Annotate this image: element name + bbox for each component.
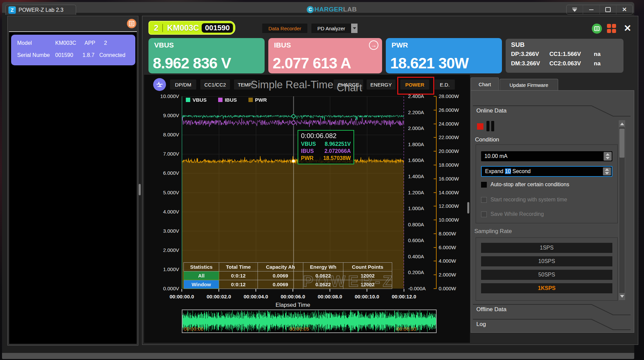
w-tick-label: 24.000W [439,121,459,127]
a-tick-label: 2.400A [408,93,424,99]
log-label: Log [476,321,486,328]
a-tick-label: 0.400A [408,254,424,259]
checkbox-save-while-recording: Save While Recording [481,211,544,217]
chargerlab-logo: C HARGER LAB [307,5,357,14]
scrollbar[interactable] [619,120,625,300]
close-device-tab-button[interactable]: ✕ [622,22,633,34]
close-window-button[interactable]: ✕ [616,5,633,14]
w-tick-label: 26.000W [439,107,459,113]
chart-tooltip: 0:00:06.082 VBUS8.962251VIBUS2.072066APW… [298,130,354,164]
record-stop-button[interactable] [477,123,483,130]
device-model: KM003C [167,23,199,33]
w-tick-mark [434,178,436,179]
device-serial-badge: 001590 [202,23,233,33]
w-tick-mark [434,124,436,124]
v-tick-label: 3.000V [156,228,179,234]
minimize-button[interactable] [583,5,600,14]
w-tick-mark [434,247,436,248]
v-tick-label: 7.000V [156,151,179,157]
v-tick-label: 5.000V [156,190,179,195]
layout-grid-button[interactable] [607,24,616,33]
pause-icon-bar1[interactable] [486,121,489,131]
maximize-button[interactable] [600,5,616,14]
offline-data-label: Offline Data [476,306,506,313]
tab-chart[interactable]: Chart [471,77,499,91]
current-threshold-spinner[interactable]: 10.00 mA [481,151,612,161]
a-tick-label: 0.200A [408,269,424,275]
sampling-button-1sps[interactable]: 1SPS [481,243,612,253]
power-z-lab-app: Z POWER-Z Lab 2.3 C HARGER LAB ✕ Model [0,0,644,360]
device-card[interactable]: Model KM003C APP 2 Serial Numbe 001590 1… [11,35,135,65]
scroll-up-button[interactable] [619,121,625,127]
collapse-button[interactable] [567,5,583,14]
spinner-buttons[interactable] [604,152,612,161]
sidebar-toolbar [8,16,138,31]
w-tick-label: 14.000W [439,190,459,195]
chart-tab-power[interactable]: POWER [400,79,429,90]
sampling-button-10sps[interactable]: 10SPS [481,256,612,266]
spinner-buttons[interactable] [603,167,611,175]
w-tick-label: 10.000W [439,217,459,223]
x-tick-mark [367,289,367,292]
expand-value-selected: 10 [505,168,511,174]
stats-cell: 0.0622 [303,271,343,280]
w-tick-label: 12.000W [439,203,459,209]
feedback-button[interactable] [592,24,602,34]
a-tick-label: 1.400A [408,173,424,179]
x-tick-label: 00:00:06.0 [277,294,308,299]
w-tick-label: 22.000W [439,134,459,140]
chart-tab-cc1-cc2[interactable]: CC1/CC2 [200,79,230,90]
chart-tab-energy[interactable]: ENERGY [367,79,396,90]
data-recorder-button[interactable]: Data Recorder [262,24,307,33]
table-row: Window0:0:120.00690.062212002 [184,280,392,289]
right-panel: Online Data Condition 10.00 mA Expand 10… [471,90,634,333]
stats-cell: 0.0622 [303,280,343,289]
checkbox-label: Auto-stop after certain conditions [490,182,569,188]
w-tick-mark [434,165,436,165]
tab-update-firmware[interactable]: Update Firmware [500,79,558,91]
stats-cell: 12002 [343,280,392,289]
brand-text-lab: LAB [343,6,357,13]
expand-seconds-spinner[interactable]: Expand 10 Second [481,166,612,177]
x-tick-label: 00:00:00.0 [166,294,197,299]
device-list-icon[interactable] [127,19,136,28]
pd-analyzer-dropdown[interactable] [351,24,358,33]
right-panel-splitter-handle[interactable] [467,202,469,214]
app-title-tab[interactable]: Z POWER-Z Lab 2.3 [5,5,76,15]
sampling-button-1ksps[interactable]: 1KSPS [481,283,612,293]
chart-tab-charge[interactable]: CHARGE [334,79,363,90]
v-tick-label: 9.000V [156,112,179,118]
ibus-label: IBUS [274,41,291,49]
stats-row-label-all[interactable]: All [184,271,219,280]
chart-tab-e-d-[interactable]: E.D. [435,79,455,90]
device-tab[interactable]: 2 KM003C 001590 [148,21,235,35]
v-tick-label: 0.000V [156,286,179,291]
window-controls: ✕ [566,5,633,14]
checkbox-auto-stop-after-certain-conditions[interactable]: Auto-stop after certain conditions [481,182,569,188]
log-section-header[interactable]: Log [473,317,631,332]
online-data-section-header[interactable]: Online Data [473,103,631,118]
cc2-value: CC2:0.063V [549,60,589,67]
a-tick-label: -0.000A [408,286,426,291]
pd-analyzer-button[interactable]: PD Analyzer [311,24,351,33]
arrow-right-icon[interactable]: → [369,40,378,50]
sampling-button-50sps[interactable]: 50SPS [481,270,612,280]
stats-header: Energy Wh [303,263,343,271]
v-tick-label: 4.000V [156,209,179,215]
stats-row-label-window[interactable]: Window [184,280,219,289]
sidebar-splitter-handle[interactable] [139,184,141,195]
checkbox-box[interactable] [481,182,487,188]
w-tick-mark [434,192,436,193]
scrollbar-thumb[interactable] [619,129,624,158]
x-tick-mark [330,289,330,292]
offline-data-section-header[interactable]: Offline Data [473,302,631,317]
realtime-chart-plot[interactable] [182,96,404,289]
realtime-chart-icon[interactable] [153,78,166,91]
chart-tab-temp[interactable]: TEMP [234,79,256,90]
chart-tab-dp-dm[interactable]: DP/DM [170,79,196,90]
pause-icon-bar2[interactable] [491,121,494,131]
x-tick-label: 00:00:10.0 [351,294,382,299]
title-bar: Z POWER-Z Lab 2.3 C HARGER LAB ✕ [2,2,634,13]
scroll-down-button[interactable] [619,293,625,300]
overview-strip[interactable]: 00:00:00 00:00:05 00:00:10 [182,309,437,333]
